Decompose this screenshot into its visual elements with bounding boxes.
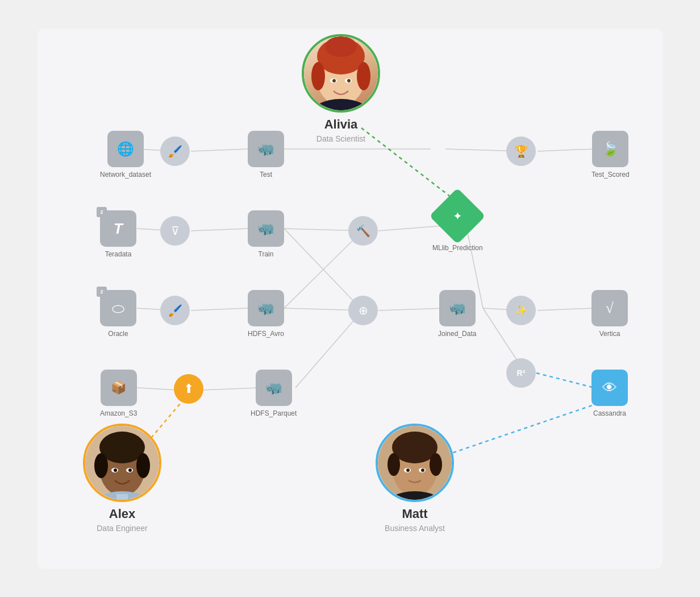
alex-name: Alex	[109, 507, 135, 521]
node-joined-data[interactable]: 🦏 Joined_Data	[438, 290, 476, 338]
node-test-scored[interactable]: 🍃 Test_Scored	[591, 131, 630, 179]
node-icon-hdfs-parquet: 🦏	[256, 370, 292, 406]
node-icon-brush1: 🖌️	[160, 136, 190, 166]
node-icon-hdfs-avro: 🦏	[248, 290, 284, 326]
person-matt[interactable]: Matt Business Analyst	[376, 424, 454, 533]
node-label-train: Train	[259, 250, 274, 258]
node-trophy[interactable]: 🏆	[506, 136, 536, 166]
svg-line-15	[137, 388, 178, 390]
node-mllib-prediction[interactable]: ✦ MLlib_Prediction	[432, 196, 483, 252]
node-icon-cassandra: 👁	[591, 370, 628, 406]
node-label-mllib: MLlib_Prediction	[432, 244, 483, 252]
node-join[interactable]: ⊕	[348, 296, 378, 325]
node-wand[interactable]: ✨	[506, 296, 536, 325]
svg-rect-46	[116, 494, 128, 500]
node-icon-r-square: R²	[506, 358, 536, 388]
avatar-ring-matt	[376, 424, 454, 502]
node-icon-trophy: 🏆	[506, 136, 536, 166]
avatar-ring-alivia	[302, 34, 380, 113]
avatar-img-matt	[378, 426, 452, 500]
node-icon-vertica: √	[591, 290, 628, 326]
node-label-vertica: Vertica	[599, 330, 620, 338]
avatar-img-alex	[85, 426, 159, 500]
svg-point-55	[421, 469, 424, 472]
node-oracle[interactable]: 2 ⬭ Oracle	[100, 290, 136, 338]
node-label-network-dataset: Network_dataset	[100, 171, 151, 179]
node-brush2[interactable]: 🖌️	[160, 296, 190, 325]
alivia-role: Data Scientist	[316, 134, 365, 143]
node-vertica[interactable]: √ Vertica	[591, 290, 628, 338]
svg-line-1	[191, 149, 248, 151]
svg-point-51	[430, 453, 442, 476]
node-icon-test-scored: 🍃	[592, 131, 628, 167]
svg-point-34	[347, 79, 351, 82]
node-label-test-scored: Test_Scored	[591, 171, 630, 179]
svg-line-22	[536, 373, 594, 388]
node-teradata[interactable]: 2 T Teradata	[100, 210, 136, 258]
node-label-test: Test	[260, 171, 272, 179]
node-r-square[interactable]: R²	[506, 358, 536, 388]
node-hdfs-parquet[interactable]: 🦏 HDFS_Parquet	[251, 370, 297, 417]
node-icon-teradata: 2 T	[100, 210, 136, 247]
node-icon-oracle: 2 ⬭	[100, 290, 136, 326]
alex-role: Data Engineer	[97, 524, 148, 533]
svg-line-6	[191, 229, 248, 231]
node-label-hdfs-avro: HDFS_Avro	[248, 330, 284, 338]
svg-point-44	[128, 469, 132, 472]
node-hammer[interactable]: 🔨	[348, 216, 378, 246]
node-label-teradata: Teradata	[105, 250, 132, 258]
svg-line-4	[538, 149, 594, 151]
matt-name: Matt	[402, 507, 427, 521]
node-icon-mllib: ✦	[430, 188, 486, 244]
workflow-canvas: 🌐 Network_dataset 🖌️ 🦏 Test 🏆 🍃 Test_Sco…	[38, 28, 663, 569]
node-hdfs-avro[interactable]: 🦏 HDFS_Avro	[248, 290, 284, 338]
svg-point-29	[357, 62, 370, 90]
node-icon-joined-data: 🦏	[439, 290, 476, 326]
svg-point-40	[136, 453, 150, 478]
badge-teradata: 2	[97, 207, 107, 217]
svg-line-10	[191, 308, 248, 310]
svg-point-43	[114, 469, 117, 472]
node-upload[interactable]: ⬆	[174, 374, 203, 404]
node-icon-join: ⊕	[348, 296, 378, 325]
svg-line-14	[538, 308, 594, 310]
node-train[interactable]: 🦏 Train	[248, 210, 284, 258]
svg-point-35	[310, 99, 372, 110]
node-test[interactable]: 🦏 Test	[248, 131, 284, 179]
node-icon-filter: ⊽	[160, 216, 190, 246]
svg-point-28	[311, 62, 325, 90]
node-amazon-s3[interactable]: 📦 Amazon_S3	[100, 370, 137, 417]
svg-point-39	[94, 453, 108, 478]
node-icon-amazon-s3: 📦	[101, 370, 137, 406]
node-brush1[interactable]: 🖌️	[160, 136, 190, 166]
svg-point-33	[332, 79, 336, 82]
svg-line-25	[447, 404, 597, 455]
node-icon-upload: ⬆	[174, 374, 203, 404]
node-label-joined-data: Joined_Data	[438, 330, 476, 338]
person-alivia[interactable]: Alivia Data Scientist	[302, 34, 380, 143]
svg-point-54	[406, 469, 410, 472]
svg-point-30	[325, 36, 357, 57]
node-cassandra[interactable]: 👁 Cassandra	[591, 370, 628, 417]
badge-oracle: 2	[97, 287, 107, 297]
node-label-hdfs-parquet: HDFS_Parquet	[251, 409, 297, 417]
matt-role: Business Analyst	[385, 524, 445, 533]
avatar-ring-alex	[83, 424, 161, 502]
node-filter[interactable]: ⊽	[160, 216, 190, 246]
node-icon-network-dataset: 🌐	[107, 131, 144, 167]
node-label-oracle: Oracle	[108, 330, 128, 338]
node-icon-test: 🦏	[248, 131, 284, 167]
node-icon-brush2: 🖌️	[160, 296, 190, 325]
node-label-amazon-s3: Amazon_S3	[100, 409, 137, 417]
node-label-cassandra: Cassandra	[593, 409, 626, 417]
person-alex[interactable]: Alex Data Engineer	[83, 424, 161, 533]
svg-line-12	[378, 308, 447, 310]
svg-point-50	[388, 453, 400, 476]
node-icon-train: 🦏	[248, 210, 284, 247]
node-icon-wand: ✨	[506, 296, 536, 325]
alivia-name: Alivia	[324, 117, 358, 132]
node-icon-hammer: 🔨	[348, 216, 378, 246]
avatar-img-alivia	[304, 36, 378, 110]
node-network-dataset[interactable]: 🌐 Network_dataset	[100, 131, 151, 179]
